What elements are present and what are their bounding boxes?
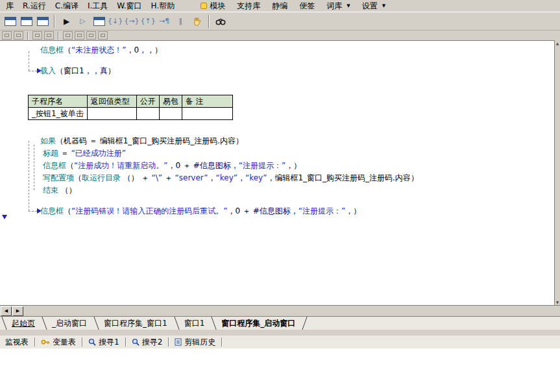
- order-up-icon[interactable]: [86, 31, 96, 40]
- code-token: ，: [167, 161, 175, 170]
- menu-item[interactable]: 库: [1, 0, 18, 12]
- scroll-up-icon[interactable]: ▲: [556, 41, 559, 45]
- run-icon[interactable]: ▶: [59, 14, 74, 29]
- code-line[interactable]: 信息框（“未注册状态！”，0，，）: [40, 44, 162, 56]
- step-over-icon[interactable]: {→}: [124, 14, 139, 29]
- code-token: ，，）: [139, 45, 162, 55]
- menu-item[interactable]: C.编译: [51, 0, 83, 12]
- menu-item[interactable]: 静编: [266, 0, 293, 12]
- menu-item[interactable]: 便签: [293, 0, 321, 12]
- panel-tab[interactable]: 变量表: [36, 336, 81, 349]
- menu-item[interactable]: 支持库: [231, 0, 266, 12]
- table-cell[interactable]: _按钮1_被单击: [29, 108, 88, 120]
- table-header-cell: 易包: [159, 95, 182, 108]
- open-form-icon[interactable]: [19, 14, 34, 29]
- menu-item[interactable]: 模块: [195, 0, 231, 12]
- panel-tab[interactable]: 剪辑历史: [169, 336, 221, 349]
- code-token: 编辑框1_窗口_购买注册码_注册码.内容: [100, 136, 236, 145]
- toolbar-small: [0, 30, 560, 40]
- menu-item[interactable]: W.窗口: [112, 0, 146, 12]
- panel-tab-label: 剪辑历史: [184, 337, 215, 348]
- code-line[interactable]: 载入（窗口1，，真）: [40, 65, 162, 77]
- run-to-cursor-icon[interactable]: →¶: [157, 14, 172, 29]
- margin-arrow-icon: [2, 215, 7, 219]
- order-front-icon[interactable]: [63, 31, 73, 40]
- chevron-down-icon: ▼: [347, 3, 350, 8]
- vertical-scrollbar[interactable]: ▲ ▼: [554, 40, 560, 305]
- sheet-tab[interactable]: 窗口1: [175, 317, 212, 330]
- code-token: ，）: [286, 161, 301, 170]
- table-header-cell: 返回值类型: [87, 95, 136, 108]
- grid-snap-icon[interactable]: [44, 31, 54, 40]
- code-token: ＝: [58, 149, 71, 158]
- hand-icon[interactable]: [189, 14, 204, 29]
- menu-item[interactable]: 词库▼: [321, 0, 356, 12]
- code-editor[interactable]: 信息框（“未注册状态！”，0，，）载入（窗口1，，真） 子程序名返回值类型公开易…: [0, 40, 554, 305]
- form-designer-icon[interactable]: [35, 14, 50, 29]
- code-token: “注册提示：”: [298, 206, 345, 215]
- code-token: （: [56, 136, 64, 145]
- scroll-down-icon[interactable]: ▼: [556, 300, 559, 304]
- table-cell[interactable]: [159, 108, 182, 120]
- order-down-icon[interactable]: [98, 31, 108, 40]
- menubar: 库R.运行C.编译I.工具W.窗口H.帮助 模块支持库静编便签词库▼设置▼: [0, 0, 560, 12]
- valign-icon[interactable]: [14, 31, 23, 40]
- menu-item[interactable]: 设置▼: [356, 0, 391, 12]
- sheet-tab[interactable]: _启动窗口: [42, 317, 94, 330]
- horizontal-scrollbar[interactable]: ◀ ▶: [0, 305, 560, 316]
- code-line[interactable]: 信息框（“注册成功！请重新启动。”，0 ＋ #信息图标，“注册提示：”，）: [40, 160, 419, 172]
- menu-item[interactable]: R.运行: [18, 0, 51, 12]
- panel-tab[interactable]: 搜寻1: [83, 336, 125, 349]
- panel-separator: [221, 337, 222, 347]
- pause-icon[interactable]: ‖: [173, 14, 188, 29]
- code-token: 编辑框1_窗口_购买注册码_注册码.内容: [274, 173, 410, 182]
- order-back-icon[interactable]: [75, 31, 84, 40]
- table-cell[interactable]: [182, 108, 232, 120]
- clipboard-icon: [175, 338, 182, 346]
- table-cell[interactable]: [136, 108, 159, 120]
- panel-tab-label: 搜寻1: [99, 337, 119, 348]
- code-token: ，: [231, 161, 239, 170]
- toolbar-separator: [27, 32, 29, 40]
- scroll-right-button[interactable]: ▶: [12, 306, 23, 316]
- sheet-tab[interactable]: 窗口程序集_启动窗口: [212, 317, 302, 330]
- code-token: ，: [208, 173, 216, 182]
- code-token: 载入: [40, 66, 56, 75]
- code-line[interactable]: 结束 （）: [40, 184, 419, 197]
- code-token: ＋: [162, 173, 175, 182]
- new-form-icon[interactable]: [3, 14, 18, 29]
- code-line[interactable]: 如果（机器码 ＝ 编辑框1_窗口_购买注册码_注册码.内容）: [40, 135, 419, 147]
- code-token: 0 ＋: [175, 161, 193, 170]
- panel-tab[interactable]: 监视表: [0, 336, 34, 349]
- code-token: （: [66, 161, 74, 170]
- code-token: ，: [237, 173, 245, 182]
- run-alt-icon[interactable]: ▷: [75, 14, 90, 29]
- code-token: #信息图标: [253, 206, 291, 215]
- code-token: （: [64, 206, 71, 215]
- scroll-left-button[interactable]: ◀: [1, 306, 12, 316]
- flow-connector: [29, 51, 29, 71]
- menu-item[interactable]: H.帮助: [147, 0, 180, 12]
- menu-item[interactable]: I.工具: [83, 0, 112, 12]
- open-form-icon: [21, 17, 32, 26]
- table-cell[interactable]: [87, 108, 136, 120]
- code-line[interactable]: 写配置项（取运行目录 （） ＋ “\” ＋ “server”，“key”，“ke…: [40, 172, 419, 184]
- find-icon[interactable]: [213, 14, 228, 29]
- panel-separator: [82, 337, 82, 347]
- sheet-tab[interactable]: 窗口程序集_窗口1: [94, 317, 175, 330]
- step-into-icon[interactable]: {↓}: [108, 14, 123, 29]
- code-line[interactable]: 标题 ＝ “已经成功注册”: [40, 147, 419, 160]
- halign-icon[interactable]: [2, 31, 12, 40]
- code-token: （: [74, 173, 82, 182]
- code-line[interactable]: 信息框（“注册码错误！请输入正确的注册码后重试。”，0 ＋ #信息图标，“注册提…: [40, 205, 361, 217]
- same-size-icon[interactable]: [32, 31, 42, 40]
- panel-tab[interactable]: 搜寻2: [127, 336, 168, 349]
- sheet-tab[interactable]: 起始页: [2, 317, 42, 330]
- code-token: “key”: [216, 173, 237, 182]
- chevron-down-icon: ▼: [382, 3, 385, 8]
- code-token: 机器码: [64, 136, 87, 145]
- menu-item-label: 支持库: [237, 1, 260, 12]
- step-out-icon[interactable]: {↑}: [140, 14, 155, 29]
- code-token: #信息图标: [193, 161, 231, 170]
- debug-form-icon[interactable]: [91, 14, 106, 29]
